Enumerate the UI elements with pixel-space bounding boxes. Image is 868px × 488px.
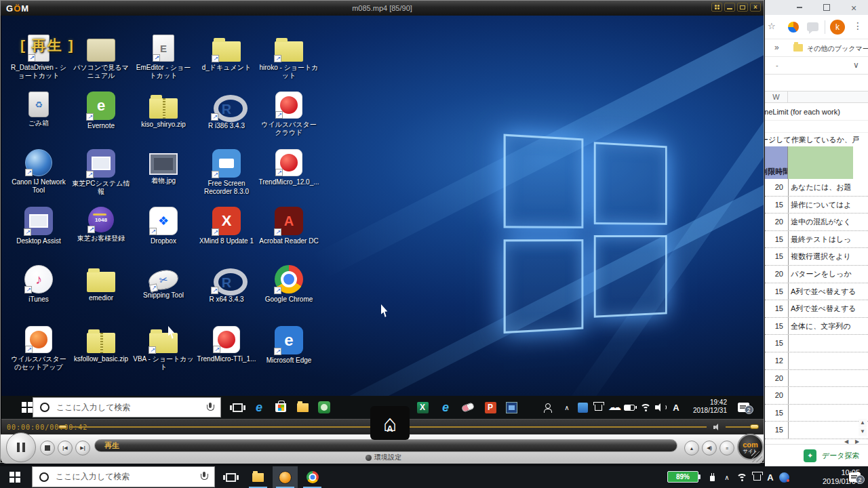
seek-handle[interactable] — [58, 425, 67, 429]
limit-cell[interactable]: 20 — [765, 266, 788, 283]
desktop-icon-dropbox[interactable]: ❖ Dropbox — [133, 207, 194, 245]
table-row[interactable]: 12 — [765, 352, 868, 370]
green-app-taskbar-button[interactable] — [315, 396, 334, 419]
desktop-icon-desktop-assist[interactable]: Desktop Assist — [8, 207, 69, 245]
chrome-menu-icon[interactable] — [853, 20, 863, 31]
column-header-next[interactable] — [788, 92, 868, 102]
task-cell[interactable]: 複数行選択をより — [788, 248, 856, 265]
chevron-down-icon[interactable] — [853, 60, 859, 70]
table-row[interactable]: 15 — [765, 422, 868, 439]
maximize-button[interactable] — [822, 3, 831, 12]
pill-scissors-taskbar-button[interactable] — [458, 396, 477, 419]
table-row[interactable]: 15最終テストはしっ — [765, 231, 868, 249]
limit-cell[interactable]: 20 — [765, 179, 788, 196]
limit-cell[interactable]: 15 — [765, 231, 788, 248]
table-row[interactable]: 20パターンをしっか — [765, 266, 868, 283]
control-menu-button[interactable]: ≡ — [719, 441, 734, 455]
next-button[interactable]: ▶| — [75, 441, 90, 455]
limit-cell[interactable]: 20 — [765, 370, 788, 387]
task-cell[interactable] — [788, 352, 856, 369]
previous-button[interactable]: |◀ — [58, 441, 73, 455]
limit-cell[interactable]: 15 — [765, 248, 788, 265]
pause-button[interactable] — [6, 432, 36, 462]
store-taskbar-button[interactable] — [271, 396, 290, 419]
playlist-display[interactable]: 再生 — [94, 439, 677, 452]
action-center-button[interactable]: 2 — [734, 396, 753, 419]
table-row[interactable]: 20 — [765, 387, 868, 405]
task-cell[interactable] — [788, 335, 856, 352]
panel-toggle-button[interactable] — [711, 3, 722, 12]
gom-site-button[interactable]: com サイト — [737, 434, 764, 460]
minimize-button[interactable] — [795, 3, 804, 12]
desktop-icon-virusbuster-cloud[interactable]: ウイルスバスター クラウド — [258, 92, 319, 137]
task-view-button[interactable] — [228, 396, 247, 419]
desktop-icon-r-x64[interactable]: R R x64 3.4.3 — [196, 265, 257, 304]
desktop-icon-hiroko[interactable]: hiroko - ショートカット — [258, 35, 319, 80]
desktop-icon-itunes[interactable]: ♪ iTunes — [8, 265, 69, 304]
desktop-icon-kiso-shiryo-zip[interactable]: kiso_shiryo.zip — [133, 92, 194, 129]
chrome-title-bar[interactable] — [765, 0, 868, 15]
excel-taskbar-button[interactable] — [413, 396, 432, 419]
task-cell[interactable]: あなたには、お題 — [788, 179, 856, 196]
scroll-up-button[interactable] — [859, 419, 867, 427]
powerpoint-taskbar-button[interactable] — [481, 396, 500, 419]
column-header-w[interactable]: W — [765, 92, 788, 102]
desktop-icon-toshiba-registration[interactable]: 1048 東芝お客様登録 — [71, 207, 132, 243]
edge-taskbar-button[interactable] — [250, 396, 269, 419]
other-bookmarks-label[interactable]: その他のブックマーク — [807, 44, 868, 54]
start-button[interactable] — [5, 466, 24, 488]
explore-button[interactable]: データ探索 — [765, 444, 868, 466]
desktop-icon-google-chrome[interactable]: Google Chrome — [258, 265, 319, 304]
tray-app-button[interactable] — [774, 466, 793, 488]
table-row[interactable]: 15 — [765, 335, 868, 352]
desktop-icon-vba-shortcut[interactable]: VBA - ショートカット — [133, 326, 194, 371]
task-cell[interactable] — [788, 422, 856, 439]
desktop-icon-canon-network-tool[interactable]: Canon IJ Network Tool — [8, 149, 69, 195]
limit-cell[interactable]: 15 — [765, 422, 788, 439]
task-cell[interactable] — [788, 387, 856, 404]
video-display-area[interactable]: [ 再生 ] R R_DataDriven - ショートカット パソコンで見るマ… — [1, 16, 764, 396]
people-button[interactable] — [539, 396, 558, 419]
desktop-icon-microsoft-edge[interactable]: e Microsoft Edge — [258, 326, 319, 365]
task-cell[interactable]: A列で並べ替えする — [788, 300, 856, 317]
table-row[interactable]: 15操作についてはよ — [765, 197, 868, 214]
stop-button[interactable] — [40, 441, 55, 455]
table-row[interactable]: 20途中の混乱がなく — [765, 214, 868, 231]
table-row[interactable]: 15A列で並べ替えする — [765, 300, 868, 318]
limit-cell[interactable]: 15 — [765, 197, 788, 214]
battery-indicator[interactable]: 89% — [667, 471, 698, 483]
sheet-note-row[interactable]: meLimit (for each work) — [765, 103, 868, 121]
desktop-icon-evernote[interactable]: e Evernote — [71, 92, 132, 130]
mute-button[interactable]: ◀) — [702, 441, 717, 455]
extension-icon[interactable] — [788, 22, 799, 33]
task-cell[interactable]: A列で並べ替えする — [788, 283, 856, 300]
formula-bar[interactable] — [765, 57, 868, 75]
gom-player-taskbar-button[interactable] — [273, 466, 298, 488]
table-row[interactable]: 15複数行選択をより — [765, 248, 868, 266]
video-clock[interactable]: 19:42 2018/12/31 — [679, 399, 727, 415]
bookmarks-overflow-icon[interactable] — [774, 43, 779, 52]
desktop-icon-kimono-jpg[interactable]: 着物.jpg — [133, 149, 194, 185]
maximize-button[interactable] — [737, 3, 748, 12]
search-input[interactable]: ここに入力して検索 — [32, 466, 215, 487]
desktop-icon-xmind[interactable]: X XMind 8 Update 1 — [196, 207, 257, 245]
desktop-icon-emeditor[interactable]: E EmEditor - ショートカット — [133, 35, 194, 80]
photos-taskbar-button[interactable] — [502, 396, 521, 419]
desktop-icon-ksfollow-basic-zip[interactable]: ksfollow_basic.zip — [71, 326, 132, 363]
task-cell[interactable] — [788, 370, 856, 387]
limit-header-cell[interactable]: 制限時間 — [765, 146, 788, 179]
minimize-button[interactable] — [724, 3, 735, 12]
limit-cell[interactable]: 15 — [765, 300, 788, 317]
desktop-icon-emedior[interactable]: emedior — [71, 265, 132, 302]
close-button[interactable] — [849, 3, 859, 12]
sheet-column-headers[interactable]: W — [765, 91, 868, 103]
search-input[interactable]: ここに入力して検索 — [33, 397, 221, 418]
table-row[interactable]: 15A列で並べ替えする — [765, 283, 868, 301]
file-explorer-taskbar-button[interactable] — [245, 466, 271, 488]
task-header-cell[interactable] — [788, 146, 853, 179]
table-row[interactable]: 20あなたには、お題 — [765, 179, 868, 197]
ie-taskbar-button[interactable] — [436, 396, 455, 419]
volume-speaker-icon[interactable] — [713, 424, 723, 431]
chat-extension-icon[interactable] — [807, 22, 818, 31]
file-explorer-taskbar-button[interactable] — [293, 396, 312, 419]
